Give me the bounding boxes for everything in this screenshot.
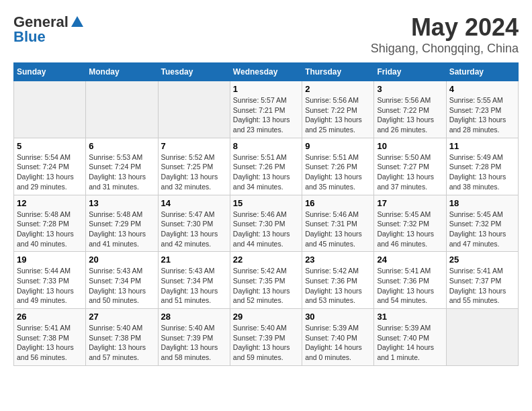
day-info: Sunrise: 5:39 AM Sunset: 7:40 PM Dayligh…: [305, 323, 371, 363]
day-number: 30: [305, 312, 371, 322]
day-number: 12: [17, 198, 83, 208]
calendar-cell: 20Sunrise: 5:43 AM Sunset: 7:34 PM Dayli…: [86, 252, 158, 309]
day-info: Sunrise: 5:43 AM Sunset: 7:34 PM Dayligh…: [161, 266, 227, 306]
calendar-cell: 10Sunrise: 5:50 AM Sunset: 7:27 PM Dayli…: [374, 138, 446, 195]
day-info: Sunrise: 5:54 AM Sunset: 7:24 PM Dayligh…: [17, 152, 83, 192]
calendar-cell: [446, 309, 518, 366]
day-number: 6: [89, 141, 154, 151]
page-header: General Blue May 2024 Shigang, Chongqing…: [13, 13, 519, 56]
logo: General Blue: [13, 13, 85, 46]
day-number: 25: [449, 255, 515, 265]
day-info: Sunrise: 5:39 AM Sunset: 7:40 PM Dayligh…: [377, 323, 443, 363]
day-number: 5: [17, 141, 83, 151]
day-number: 3: [377, 84, 443, 94]
day-info: Sunrise: 5:42 AM Sunset: 7:35 PM Dayligh…: [233, 266, 299, 306]
day-number: 21: [161, 255, 227, 265]
calendar-cell: 27Sunrise: 5:40 AM Sunset: 7:38 PM Dayli…: [86, 309, 158, 366]
calendar-week-1: 1Sunrise: 5:57 AM Sunset: 7:21 PM Daylig…: [14, 81, 519, 138]
calendar-cell: 12Sunrise: 5:48 AM Sunset: 7:28 PM Dayli…: [14, 195, 86, 252]
calendar-cell: 25Sunrise: 5:41 AM Sunset: 7:37 PM Dayli…: [446, 252, 518, 309]
calendar-title: May 2024: [371, 13, 519, 42]
day-info: Sunrise: 5:51 AM Sunset: 7:26 PM Dayligh…: [233, 152, 299, 192]
calendar-cell: [86, 81, 158, 138]
calendar-cell: 4Sunrise: 5:55 AM Sunset: 7:23 PM Daylig…: [446, 81, 518, 138]
calendar-cell: 5Sunrise: 5:54 AM Sunset: 7:24 PM Daylig…: [14, 138, 86, 195]
day-info: Sunrise: 5:51 AM Sunset: 7:26 PM Dayligh…: [305, 152, 371, 192]
day-number: 20: [89, 255, 154, 265]
day-info: Sunrise: 5:46 AM Sunset: 7:31 PM Dayligh…: [305, 210, 371, 249]
calendar-header-row: SundayMondayTuesdayWednesdayThursdayFrid…: [14, 63, 519, 81]
weekday-header-tuesday: Tuesday: [158, 63, 230, 81]
calendar-cell: 23Sunrise: 5:42 AM Sunset: 7:36 PM Dayli…: [302, 252, 374, 309]
calendar-cell: [14, 81, 86, 138]
calendar-cell: 30Sunrise: 5:39 AM Sunset: 7:40 PM Dayli…: [302, 309, 374, 366]
day-number: 8: [233, 141, 299, 151]
calendar-cell: 22Sunrise: 5:42 AM Sunset: 7:35 PM Dayli…: [230, 252, 302, 309]
day-number: 31: [377, 312, 443, 322]
calendar-cell: 8Sunrise: 5:51 AM Sunset: 7:26 PM Daylig…: [230, 138, 302, 195]
calendar-cell: 29Sunrise: 5:40 AM Sunset: 7:39 PM Dayli…: [230, 309, 302, 366]
calendar-cell: 31Sunrise: 5:39 AM Sunset: 7:40 PM Dayli…: [374, 309, 446, 366]
day-info: Sunrise: 5:45 AM Sunset: 7:32 PM Dayligh…: [449, 210, 515, 249]
weekday-header-wednesday: Wednesday: [230, 63, 302, 81]
day-number: 4: [449, 84, 515, 94]
calendar-cell: 15Sunrise: 5:46 AM Sunset: 7:30 PM Dayli…: [230, 195, 302, 252]
day-number: 22: [233, 255, 299, 265]
calendar-cell: 28Sunrise: 5:40 AM Sunset: 7:39 PM Dayli…: [158, 309, 230, 366]
calendar-week-3: 12Sunrise: 5:48 AM Sunset: 7:28 PM Dayli…: [14, 195, 519, 252]
day-number: 26: [17, 312, 83, 322]
day-number: 15: [233, 198, 299, 208]
day-number: 9: [305, 141, 371, 151]
day-info: Sunrise: 5:43 AM Sunset: 7:34 PM Dayligh…: [89, 266, 154, 306]
day-info: Sunrise: 5:46 AM Sunset: 7:30 PM Dayligh…: [233, 210, 299, 249]
day-info: Sunrise: 5:42 AM Sunset: 7:36 PM Dayligh…: [305, 266, 371, 306]
day-info: Sunrise: 5:48 AM Sunset: 7:28 PM Dayligh…: [17, 210, 83, 249]
calendar-cell: 7Sunrise: 5:52 AM Sunset: 7:25 PM Daylig…: [158, 138, 230, 195]
day-info: Sunrise: 5:44 AM Sunset: 7:33 PM Dayligh…: [17, 266, 83, 306]
day-info: Sunrise: 5:41 AM Sunset: 7:37 PM Dayligh…: [449, 266, 515, 306]
day-info: Sunrise: 5:56 AM Sunset: 7:22 PM Dayligh…: [305, 95, 371, 135]
day-info: Sunrise: 5:48 AM Sunset: 7:29 PM Dayligh…: [89, 210, 154, 249]
day-number: 11: [449, 141, 515, 151]
day-info: Sunrise: 5:41 AM Sunset: 7:38 PM Dayligh…: [17, 323, 83, 363]
svg-marker-0: [71, 16, 83, 27]
weekday-header-sunday: Sunday: [14, 63, 86, 81]
title-block: May 2024 Shigang, Chongqing, China: [371, 13, 519, 56]
day-info: Sunrise: 5:40 AM Sunset: 7:39 PM Dayligh…: [161, 323, 227, 363]
calendar-cell: 11Sunrise: 5:49 AM Sunset: 7:28 PM Dayli…: [446, 138, 518, 195]
calendar-cell: 26Sunrise: 5:41 AM Sunset: 7:38 PM Dayli…: [14, 309, 86, 366]
day-info: Sunrise: 5:52 AM Sunset: 7:25 PM Dayligh…: [161, 152, 227, 192]
day-number: 18: [449, 198, 515, 208]
calendar-week-2: 5Sunrise: 5:54 AM Sunset: 7:24 PM Daylig…: [14, 138, 519, 195]
day-number: 1: [233, 84, 299, 94]
weekday-header-monday: Monday: [86, 63, 158, 81]
day-info: Sunrise: 5:45 AM Sunset: 7:32 PM Dayligh…: [377, 210, 443, 249]
calendar-table: SundayMondayTuesdayWednesdayThursdayFrid…: [13, 62, 519, 366]
day-info: Sunrise: 5:49 AM Sunset: 7:28 PM Dayligh…: [449, 152, 515, 192]
day-number: 14: [161, 198, 227, 208]
weekday-header-thursday: Thursday: [302, 63, 374, 81]
day-number: 13: [89, 198, 154, 208]
day-info: Sunrise: 5:53 AM Sunset: 7:24 PM Dayligh…: [89, 152, 154, 192]
logo-icon: [70, 15, 85, 30]
calendar-cell: [158, 81, 230, 138]
day-number: 10: [377, 141, 443, 151]
calendar-cell: 1Sunrise: 5:57 AM Sunset: 7:21 PM Daylig…: [230, 81, 302, 138]
day-info: Sunrise: 5:40 AM Sunset: 7:38 PM Dayligh…: [89, 323, 154, 363]
calendar-week-5: 26Sunrise: 5:41 AM Sunset: 7:38 PM Dayli…: [14, 309, 519, 366]
calendar-cell: 24Sunrise: 5:41 AM Sunset: 7:36 PM Dayli…: [374, 252, 446, 309]
calendar-cell: 9Sunrise: 5:51 AM Sunset: 7:26 PM Daylig…: [302, 138, 374, 195]
calendar-cell: 17Sunrise: 5:45 AM Sunset: 7:32 PM Dayli…: [374, 195, 446, 252]
weekday-header-friday: Friday: [374, 63, 446, 81]
calendar-cell: 18Sunrise: 5:45 AM Sunset: 7:32 PM Dayli…: [446, 195, 518, 252]
day-number: 2: [305, 84, 371, 94]
day-info: Sunrise: 5:57 AM Sunset: 7:21 PM Dayligh…: [233, 95, 299, 135]
day-info: Sunrise: 5:55 AM Sunset: 7:23 PM Dayligh…: [449, 95, 515, 135]
day-info: Sunrise: 5:47 AM Sunset: 7:30 PM Dayligh…: [161, 210, 227, 249]
day-number: 27: [89, 312, 154, 322]
calendar-cell: 6Sunrise: 5:53 AM Sunset: 7:24 PM Daylig…: [86, 138, 158, 195]
calendar-cell: 13Sunrise: 5:48 AM Sunset: 7:29 PM Dayli…: [86, 195, 158, 252]
day-number: 16: [305, 198, 371, 208]
logo-blue: Blue: [13, 28, 46, 46]
day-number: 7: [161, 141, 227, 151]
